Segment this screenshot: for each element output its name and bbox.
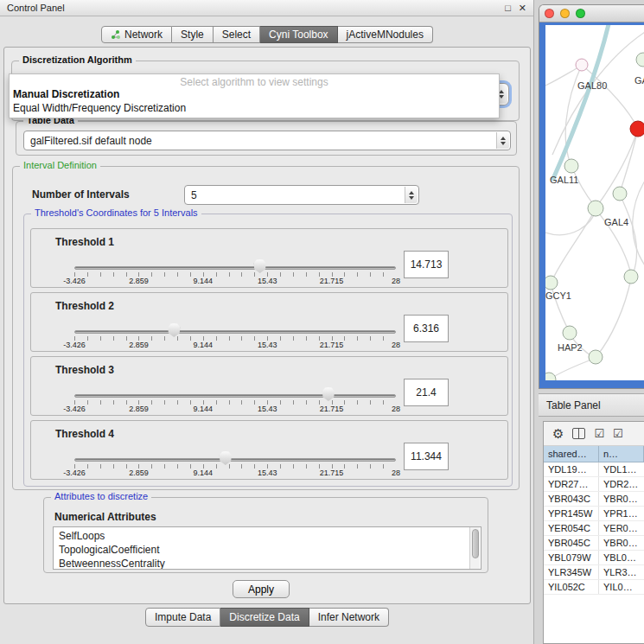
table-cell: YDL1… [599, 462, 644, 476]
combo-stepper-icon[interactable] [496, 132, 509, 149]
table-row[interactable]: YDL19…YDL1… [544, 462, 644, 477]
close-traffic-light-icon[interactable] [545, 9, 554, 18]
column-header-name[interactable]: n… [599, 446, 644, 462]
network-node[interactable] [563, 326, 577, 340]
show-columns-icon[interactable] [572, 428, 585, 439]
network-node[interactable] [564, 159, 578, 173]
tab-cyni-toolbox[interactable]: Cyni Toolbox [260, 26, 337, 43]
scale-label: 15.43 [258, 405, 277, 413]
network-canvas[interactable]: GAL80 GA GAL11 GAL4 GCY1 HAP2 [545, 25, 644, 380]
slider-thumb[interactable] [220, 451, 232, 465]
popup-option-manual-discretization[interactable]: Manual Discretization [10, 87, 499, 101]
table-cell: YBR0… [599, 492, 644, 506]
tab-label: Style [181, 29, 204, 41]
threshold-3-slider[interactable]: -3.4262.8599.14415.4321.71528 [74, 383, 396, 416]
network-view-window: GAL80 GA GAL11 GAL4 GCY1 HAP2 [539, 4, 644, 389]
minimize-traffic-light-icon[interactable] [560, 9, 570, 18]
scale-label: 15.43 [258, 277, 277, 285]
tab-discretize-data[interactable]: Discretize Data [220, 608, 309, 627]
network-node[interactable] [545, 373, 556, 380]
table-row[interactable]: YER054CYER0… [544, 521, 644, 536]
threshold-value-field[interactable]: 11.344 [404, 443, 449, 470]
select-all-checkbox-icon[interactable]: ☑ [594, 428, 604, 439]
table-data-combobox[interactable]: galFiltered.sif default node [23, 131, 511, 150]
selected-network-node[interactable] [630, 121, 644, 137]
popup-option-equal-width-frequency[interactable]: Equal Width/Frequency Discretization [10, 101, 499, 115]
slider-track[interactable] [74, 394, 396, 398]
column-header-shared[interactable]: shared… [544, 446, 599, 462]
apply-button[interactable]: Apply [233, 580, 290, 598]
scale-label: 28 [392, 405, 400, 413]
threshold-value-field[interactable]: 6.316 [404, 315, 449, 342]
top-tab-bar: Network Style Select Cyni Toolbox jActiv… [0, 26, 534, 43]
threshold-4-slider[interactable]: -3.4262.8599.14415.4321.71528 [74, 447, 396, 480]
tab-jactivemnodules[interactable]: jActiveMNodules [338, 26, 433, 43]
table-row[interactable]: YPR145WYPR1… [544, 507, 644, 521]
network-node[interactable] [589, 350, 603, 364]
attributes-group: Attributes to discretize Numerical Attri… [43, 497, 488, 573]
tab-label: jActiveMNodules [347, 29, 424, 41]
network-node[interactable] [624, 270, 638, 284]
table-cell: YLR345W [544, 565, 599, 579]
table-row[interactable]: YBR045CYBR0… [544, 536, 644, 551]
tab-network[interactable]: Network [101, 26, 172, 43]
table-row[interactable]: YDR27…YDR2… [544, 477, 644, 492]
scale-label: 28 [392, 341, 400, 349]
slider-thumb[interactable] [322, 387, 335, 401]
table-row[interactable]: YBR043CYBR0… [544, 492, 644, 507]
network-tab-icon [111, 29, 121, 40]
table-cell: YBL079W [544, 551, 599, 564]
unselect-all-checkbox-icon[interactable]: ☑ [613, 428, 623, 439]
slider-track[interactable] [74, 266, 396, 270]
table-cell: YBR043C [544, 492, 599, 506]
scale-label: 21.715 [320, 405, 344, 413]
table-data-group: Table Data galFiltered.sif default node [16, 121, 517, 156]
table-row[interactable]: YBL079WYBL0… [544, 551, 644, 565]
scale-label: 15.43 [258, 469, 277, 477]
num-intervals-combobox[interactable]: 5 [184, 185, 419, 205]
float-window-icon[interactable]: □ [505, 3, 511, 13]
tab-select[interactable]: Select [214, 26, 260, 43]
attribute-list-item[interactable]: BetweennessCentrality [59, 557, 469, 570]
table-row[interactable]: YLR345WYLR3… [544, 565, 644, 580]
network-focus-frame: GAL80 GA GAL11 GAL4 GCY1 HAP2 [539, 22, 644, 388]
node-label: GAL4 [604, 217, 628, 227]
table-row[interactable]: YIL052CYIL0… [544, 580, 644, 595]
table-cell: YDR27… [544, 477, 599, 491]
slider-track[interactable] [74, 458, 396, 462]
threshold-label: Threshold 1 [55, 236, 114, 248]
tab-infer-network[interactable]: Infer Network [309, 608, 389, 627]
network-node[interactable] [636, 53, 644, 67]
table-cell: YPR145W [544, 507, 599, 520]
tab-style[interactable]: Style [172, 26, 214, 43]
threshold-2-slider[interactable]: -3.4262.8599.14415.4321.71528 [74, 319, 396, 352]
network-node[interactable] [545, 276, 558, 290]
scale-label: -3.426 [63, 469, 86, 477]
threshold-value-field[interactable]: 14.713 [404, 251, 449, 278]
close-icon[interactable]: ✕ [519, 3, 526, 14]
attribute-list-item[interactable]: TopologicalCoefficient [59, 543, 469, 557]
network-node[interactable] [588, 201, 603, 216]
combo-stepper-icon[interactable] [405, 187, 418, 203]
table-body: YDL19…YDL1…YDR27…YDR2…YBR043CYBR0…YPR145… [544, 462, 644, 643]
popup-hint: Select algorithm to view settings [10, 74, 499, 87]
slider-thumb[interactable] [168, 323, 180, 337]
thick-edge[interactable] [552, 25, 609, 181]
gear-icon[interactable]: ⚙ [552, 427, 564, 440]
scrollbar-thumb[interactable] [472, 529, 479, 558]
group-title: Discretization Algorithm [19, 54, 136, 65]
zoom-traffic-light-icon[interactable] [576, 9, 585, 18]
scale-label: 21.715 [320, 341, 344, 349]
threshold-1-slider[interactable]: -3.4262.8599.14415.4321.71528 [74, 255, 396, 288]
network-node[interactable] [576, 59, 588, 71]
slider-scale: -3.4262.8599.14415.4321.71528 [74, 341, 396, 350]
tab-impute-data[interactable]: Impute Data [145, 608, 220, 627]
attributes-scrollbar[interactable] [469, 527, 480, 569]
network-node[interactable] [613, 187, 627, 201]
slider-thumb[interactable] [254, 259, 266, 273]
threshold-value-field[interactable]: 21.4 [404, 379, 449, 406]
threshold-label: Threshold 4 [55, 428, 114, 440]
attribute-list-item[interactable]: SelfLoops [59, 529, 469, 543]
slider-track[interactable] [74, 330, 396, 334]
attributes-listbox[interactable]: SelfLoopsTopologicalCoefficientBetweenne… [53, 526, 481, 570]
